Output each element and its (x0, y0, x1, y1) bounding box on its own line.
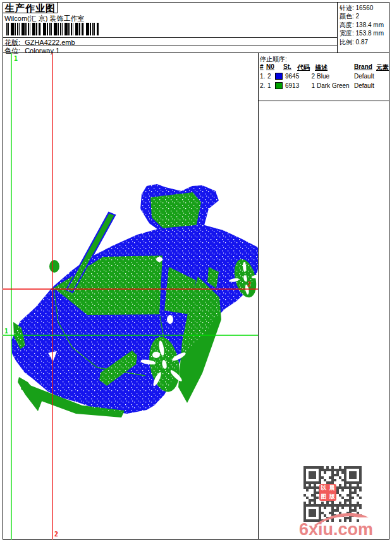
info-row-stitches: 针迹: 16560 (340, 4, 384, 12)
row1-needle: 2 (267, 73, 271, 80)
col-header-brand: Brand (354, 63, 372, 70)
row2-brand: Default (354, 82, 374, 89)
info-row-width: 宽度: 153.8 mm (340, 29, 384, 37)
row2-needle: 1 (267, 82, 271, 89)
row2-description: Dark Green (317, 82, 350, 89)
red-stamp: 以晨 图版 (319, 484, 336, 501)
row1-index: 1. (260, 73, 265, 80)
stop-sequence-table: 停止顺序: # N0 St. 代码 描述 Brand 元素 1. 2 9645 … (258, 53, 389, 101)
start-marker-left: 1 (4, 328, 8, 335)
info-row-scale: 比例: 0.87 (340, 38, 384, 46)
title-box-right-border (57, 2, 58, 13)
col-header-description: 描述 (315, 63, 328, 72)
row1-code: 2 (307, 73, 315, 80)
row2-code: 1 (307, 82, 315, 89)
embroidery-design-preview: 1 1 2 2 (3, 53, 258, 540)
start-marker-top: 1 (14, 55, 18, 62)
info-row-height: 高度: 138.4 mm (340, 21, 384, 29)
col-header-hash: # (260, 63, 264, 70)
col-header-needle: N0 (266, 63, 274, 70)
page-title: 生产作业图 (5, 3, 56, 15)
col-header-element: 元素 (376, 63, 389, 72)
design-file-label: 花版: (4, 39, 20, 46)
info-row-colors: 颜色: 2 (340, 12, 384, 20)
row1-color-swatch (275, 73, 283, 80)
info-box-left-border (337, 2, 338, 53)
row1-brand: Default (354, 73, 374, 80)
row1-stitches: 9645 (285, 73, 299, 80)
row2-index: 2. (260, 82, 265, 89)
watermark-site: 6xiu.com (299, 520, 373, 540)
studio-subtitle: Wilcom(汇 京) 装饰工作室 (4, 14, 85, 23)
car-design (11, 184, 258, 417)
design-info-panel: 针迹: 16560 颜色: 2 高度: 138.4 mm 宽度: 153.8 m… (340, 4, 384, 46)
barcode (6, 23, 99, 35)
stop-sequence-title: 停止顺序: (260, 55, 287, 64)
col-header-code: 代码 (297, 63, 310, 72)
end-marker-right: 2 (247, 281, 251, 288)
production-worksheet: 生产作业图 Wilcom(汇 京) 装饰工作室 花版: GZHA4222.emb… (0, 0, 392, 544)
design-area-right-border (258, 53, 259, 540)
col-header-stitches: St. (283, 63, 291, 70)
row2-stitches: 6913 (285, 82, 299, 89)
design-file-value: GZHA4222.emb (25, 39, 75, 46)
end-marker-bottom: 2 (54, 531, 58, 538)
row1-description: Blue (317, 73, 329, 80)
row2-color-swatch (275, 82, 283, 89)
